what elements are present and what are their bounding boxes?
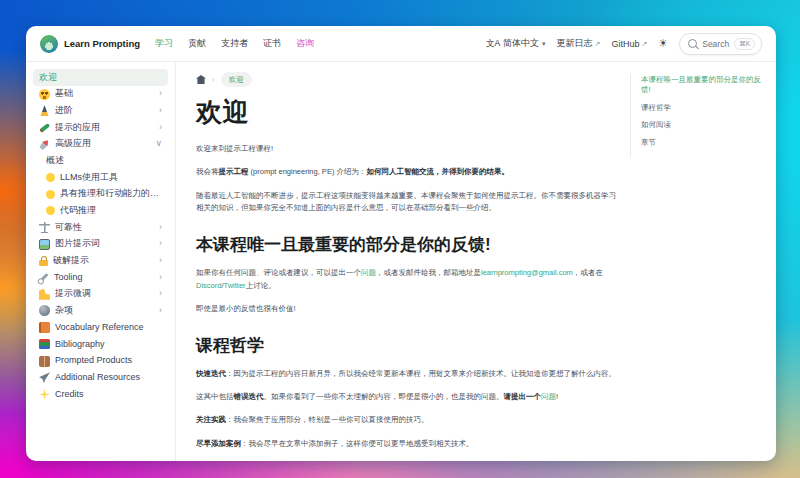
search-label: Search (702, 39, 729, 49)
books-icon (39, 339, 50, 349)
nav-item-supporters[interactable]: 支持者 (221, 37, 248, 50)
sidebar-item-label: 进阶 (55, 105, 73, 117)
toc-item-how-to-read[interactable]: 如何阅读 (641, 120, 768, 130)
paragraph: 随着最近人工智能的不断进步，提示工程这项技能变得越来越重要。本课程会聚焦于如何使… (196, 190, 616, 216)
book-icon (39, 322, 50, 333)
toc-item-feedback[interactable]: 本课程唯一且最重要的部分是你的反馈! (641, 75, 768, 95)
sidebar-item-welcome[interactable]: 欢迎 (33, 69, 168, 86)
search-shortcut-badge: ⌘K (734, 38, 755, 50)
section-heading-philosophy: 课程哲学 (196, 334, 616, 357)
bold-text: 提示工程 (219, 167, 249, 176)
bold-text: 错误迭代 (234, 392, 264, 401)
breadcrumb-current[interactable]: 欢迎 (221, 72, 252, 87)
nav-item-consulting[interactable]: 咨询 (296, 37, 314, 50)
sidebar-item-credits[interactable]: Credits (33, 386, 168, 403)
chevron-right-icon: › (159, 105, 162, 117)
text: 欢迎来到提示工程课程! (196, 144, 273, 153)
nav-item-contribute[interactable]: 贡献 (188, 37, 206, 50)
paragraph: 欢迎来到提示工程课程! (196, 143, 616, 156)
issue-link[interactable]: 问题 (541, 392, 556, 401)
chevron-right-icon: › (159, 272, 162, 284)
paper-plane-icon (39, 372, 50, 383)
flexed-arm-icon (39, 289, 50, 300)
sidebar-item-label: 可靠性 (55, 222, 82, 234)
chevron-right-icon: › (159, 288, 162, 300)
nav-menu: 学习 贡献 支持者 证书 咨询 (155, 37, 314, 50)
sidebar-item-additional-resources[interactable]: Additional Resources (33, 369, 168, 386)
changelog-label: 更新日志 (557, 37, 593, 50)
sidebar-item-tooling[interactable]: Tooling › (33, 269, 168, 286)
bold-text: 如何同人工智能交流，并得到你要的结果。 (366, 167, 509, 176)
text: ，或者发邮件给我，邮箱地址是 (376, 268, 481, 277)
sidebar-item-overview[interactable]: 概述 (33, 152, 168, 169)
nav-item-certificate[interactable]: 证书 (263, 37, 281, 50)
github-link[interactable]: GitHub ↗ (611, 39, 647, 49)
sidebar-item-label: 代码推理 (60, 205, 96, 217)
chevron-right-icon: › (159, 255, 162, 267)
lock-icon (39, 260, 48, 267)
sidebar-item-label: 高级应用 (55, 138, 91, 150)
yellow-circle-icon (46, 190, 55, 199)
bold-text: 尽早添加案例 (196, 439, 241, 448)
text: 如果你有任何问题、评论或者建议，可以提出一个 (196, 268, 361, 277)
sidebar-item-label: Tooling (54, 272, 83, 284)
text: ，或者在 (573, 268, 603, 277)
sidebar-item-code-reasoning[interactable]: 代码推理 (33, 203, 168, 220)
text: ：因为提示工程的内容日新月异，所以我会经常更新本课程，用短文章来介绍新技术。让我… (226, 369, 616, 378)
sidebar-item-bibliography[interactable]: Bibliography (33, 336, 168, 353)
navbar-right: 文A 简体中文 ▾ 更新日志 ↗ GitHub ↗ ☀ Search ⌘K (486, 33, 762, 55)
email-link[interactable]: learnprompting@gmail.com (481, 268, 573, 277)
discord-link[interactable]: Discord (196, 281, 221, 290)
theme-toggle-icon[interactable]: ☀ (658, 38, 668, 49)
sidebar-item-label: Bibliography (55, 339, 105, 351)
text: ：我会尽早在文章中添加例子，这样你便可以更早地感受到相关技术。 (241, 439, 474, 448)
sidebar-item-image-prompting[interactable]: 图片提示词 › (33, 236, 168, 253)
toc-item-philosophy[interactable]: 课程哲学 (641, 103, 768, 113)
paragraph: 我会将提示工程 (prompt engineering, PE) 介绍为：如何同… (196, 166, 616, 179)
text: 随着最近人工智能的不断进步，提示工程这项技能变得越来越重要。本课程会聚焦于如何使… (196, 191, 616, 213)
sidebar-item-label: 基础 (55, 88, 73, 100)
caret-down-icon: ▾ (542, 40, 546, 48)
sidebar-item-label: 欢迎 (39, 72, 57, 84)
text: 这其中包括 (196, 392, 234, 401)
learn-prompting-logo-icon (40, 35, 58, 53)
bold-text: 请提出一个 (504, 392, 542, 401)
app-window: Learn Prompting 学习 贡献 支持者 证书 咨询 文A 简体中文 … (26, 26, 776, 461)
sidebar-item-prompted-products[interactable]: Prompted Products (33, 353, 168, 370)
toc-item-chapters[interactable]: 章节 (641, 138, 768, 148)
bold-text: 快速迭代 (196, 369, 226, 378)
language-selector[interactable]: 文A 简体中文 ▾ (486, 37, 546, 50)
sidebar-item-llm-tools[interactable]: LLMs使用工具 (33, 169, 168, 186)
sidebar-item-prompt-tuning[interactable]: 提示微调 › (33, 286, 168, 303)
paragraph: 即使是最小的反馈也很有价值! (196, 303, 616, 316)
yellow-circle-icon (46, 206, 55, 215)
sidebar-item-reasoning-acting-llms[interactable]: 具有推理和行动能力的LLMs (33, 186, 168, 203)
search-button[interactable]: Search ⌘K (679, 33, 762, 55)
text: 。如果你看到了一些你不太理解的内容，即便是很小的，也是我的问题。 (264, 392, 504, 401)
issue-link[interactable]: 问题 (361, 268, 376, 277)
sidebar-item-reliability[interactable]: 可靠性 › (33, 219, 168, 236)
sidebar-item-basics[interactable]: 基础 › (33, 86, 168, 103)
sidebar-item-label: 提示的应用 (55, 122, 100, 134)
chevron-right-icon: › (159, 122, 162, 134)
table-of-contents: 本课程唯一且最重要的部分是你的反馈! 课程哲学 如何阅读 章节 (630, 62, 776, 461)
brand[interactable]: Learn Prompting (40, 35, 140, 53)
nav-item-learn[interactable]: 学习 (155, 37, 173, 50)
sidebar-item-intermediate[interactable]: 进阶 › (33, 102, 168, 119)
changelog-link[interactable]: 更新日志 ↗ (557, 37, 601, 50)
picture-icon (39, 239, 50, 250)
sidebar-item-prompt-hacking[interactable]: 破解提示 › (33, 253, 168, 270)
twitter-link[interactable]: Twitter (224, 281, 246, 290)
paragraph: 如果你有任何问题、评论或者建议，可以提出一个问题，或者发邮件给我，邮箱地址是le… (196, 267, 616, 293)
sidebar-item-advanced-applications[interactable]: 高级应用 ∨ (33, 136, 168, 153)
text: ! (556, 392, 558, 401)
sidebar-item-misc[interactable]: 杂项 › (33, 303, 168, 320)
breadcrumb-separator: › (212, 75, 215, 84)
breadcrumb: › 欢迎 (196, 72, 616, 87)
wizard-icon (39, 105, 50, 116)
home-icon[interactable] (196, 75, 206, 84)
sidebar-item-applied-prompting[interactable]: 提示的应用 › (33, 119, 168, 136)
sidebar-item-vocabulary-reference[interactable]: Vocabulary Reference (33, 319, 168, 336)
sidebar-item-label: 图片提示词 (55, 238, 100, 250)
chevron-right-icon: › (159, 88, 162, 100)
